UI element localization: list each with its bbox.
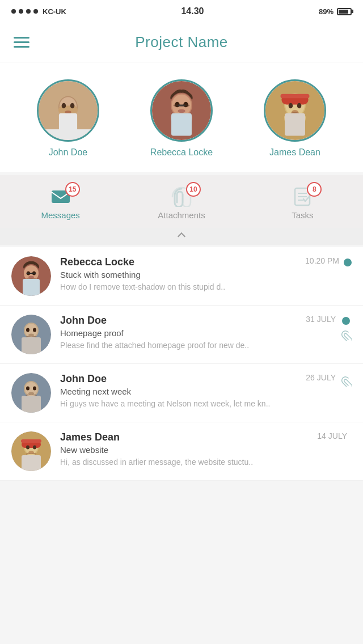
tasks-badge: 8 [307,182,322,197]
msg-indicators-2 [340,315,352,341]
svg-point-56 [33,387,36,391]
attachment-icon-2 [340,329,352,341]
member-name-james: James Dean [269,147,320,158]
member-name-john: John Doe [49,147,88,158]
tab-attachments[interactable]: 10 Attachments [121,187,242,220]
msg-subject-1: Stuck with something [60,270,339,279]
msg-time-4: 14 JULY [317,431,347,440]
svg-rect-24 [280,94,309,99]
carrier-label: KC-UK [43,7,66,16]
team-member-rebecca[interactable]: Rebecca Locke [150,79,213,158]
app-header: Project Name [0,23,363,62]
msg-sender-4: James Dean [60,431,120,443]
svg-rect-43 [23,279,40,296]
message-item-2[interactable]: John Doe 31 JULY Homepage proof Please f… [0,306,363,364]
msg-preview-1: How do I remove text-shadow on this stup… [60,282,339,293]
svg-point-25 [289,103,293,108]
member-name-rebecca: Rebecca Locke [150,147,213,158]
msg-indicators-1 [344,256,352,266]
tabs-row: 15 Messages 10 Attachments [0,182,363,228]
messages-badge: 15 [65,182,80,197]
tabs-section: 15 Messages 10 Attachments [0,175,363,228]
svg-point-26 [297,103,302,108]
hamburger-line-1 [14,37,29,39]
msg-time-2: 31 JULY [306,315,336,324]
messages-list: Rebecca Locke 10.20 PM Stuck with someth… [0,247,363,481]
svg-point-66 [33,446,36,450]
svg-point-47 [26,328,29,332]
svg-rect-9 [39,129,98,140]
battery-percent: 89% [319,7,334,16]
message-item-1[interactable]: Rebecca Locke 10.20 PM Stuck with someth… [0,247,363,306]
msg-content-3: John Doe 26 JULY Meeting next week Hi gu… [60,373,336,410]
svg-rect-19 [171,113,192,136]
status-bar: KC-UK 14.30 89% [0,0,363,23]
msg-subject-3: Meeting next week [60,387,336,396]
hamburger-menu[interactable] [14,37,29,48]
tab-tasks-icon-wrap: 8 [292,187,313,207]
team-section: John Doe Rebecca Locke [0,62,363,172]
hamburger-line-2 [14,41,29,43]
svg-point-57 [28,392,34,395]
tab-messages-icon-wrap: 15 [50,187,71,207]
msg-avatar-john-3 [11,373,51,413]
unread-dot-2 [342,317,350,325]
page-title: Project Name [135,33,228,51]
svg-point-55 [26,387,29,391]
chevron-up-icon [178,232,185,240]
tab-tasks[interactable]: 8 Tasks [242,187,363,220]
svg-point-49 [28,334,34,337]
tab-attachments-label: Attachments [158,210,205,220]
svg-rect-51 [22,337,41,354]
msg-preview-3: Hi guys we have a meeting at Nelson next… [60,399,336,410]
msg-subject-2: Homepage proof [60,328,336,338]
svg-rect-69 [22,455,41,471]
attachments-badge: 10 [186,182,201,197]
svg-rect-29 [285,113,305,136]
msg-content-4: James Dean 14 JULY New website Hi, as di… [60,431,347,468]
team-member-james[interactable]: James Dean [264,79,326,158]
signal-dots [11,9,38,14]
msg-subject-4: New website [60,445,347,455]
msg-content-2: John Doe 31 JULY Homepage proof Please f… [60,315,336,351]
avatar-rebecca [150,79,213,142]
battery-area: 89% [319,7,352,16]
svg-rect-64 [21,439,41,443]
hamburger-line-3 [14,46,29,48]
avatar-james [264,79,326,142]
team-member-john[interactable]: John Doe [37,79,99,158]
msg-preview-4: Hi, as discussed in arlier message, the … [60,457,347,468]
msg-avatar-rebecca [11,256,51,296]
attachment-icon-3 [340,375,352,387]
msg-sender-2: John Doe [60,315,107,327]
unread-dot-1 [344,259,352,266]
svg-rect-40 [29,273,33,274]
tab-messages-label: Messages [41,210,79,220]
tab-attachments-icon-wrap: 10 [171,187,192,207]
msg-avatar-james [11,431,51,471]
tab-tasks-label: Tasks [292,210,313,220]
msg-time-3: 26 JULY [306,373,336,382]
msg-avatar-john-2 [11,315,51,354]
svg-point-48 [33,328,36,332]
svg-point-41 [28,276,34,279]
svg-rect-16 [178,105,185,107]
svg-point-4 [62,103,66,108]
svg-point-65 [26,446,29,450]
svg-rect-59 [22,396,41,413]
msg-sender-3: John Doe [60,373,107,385]
svg-point-5 [70,103,75,108]
avatar-john [37,79,99,142]
msg-indicators-3 [340,373,352,387]
time-label: 14.30 [181,6,204,16]
svg-point-17 [178,109,185,113]
msg-content-1: Rebecca Locke 10.20 PM Stuck with someth… [60,256,339,293]
battery-icon [337,8,352,15]
message-item-3[interactable]: John Doe 26 JULY Meeting next week Hi gu… [0,364,363,422]
msg-sender-1: Rebecca Locke [60,256,134,268]
collapse-button[interactable] [0,228,363,245]
msg-preview-2: Please find the attached homepage proof … [60,340,336,351]
tab-messages[interactable]: 15 Messages [0,187,121,220]
msg-time-1: 10.20 PM [305,256,339,265]
message-item-4[interactable]: James Dean 14 JULY New website Hi, as di… [0,422,363,481]
